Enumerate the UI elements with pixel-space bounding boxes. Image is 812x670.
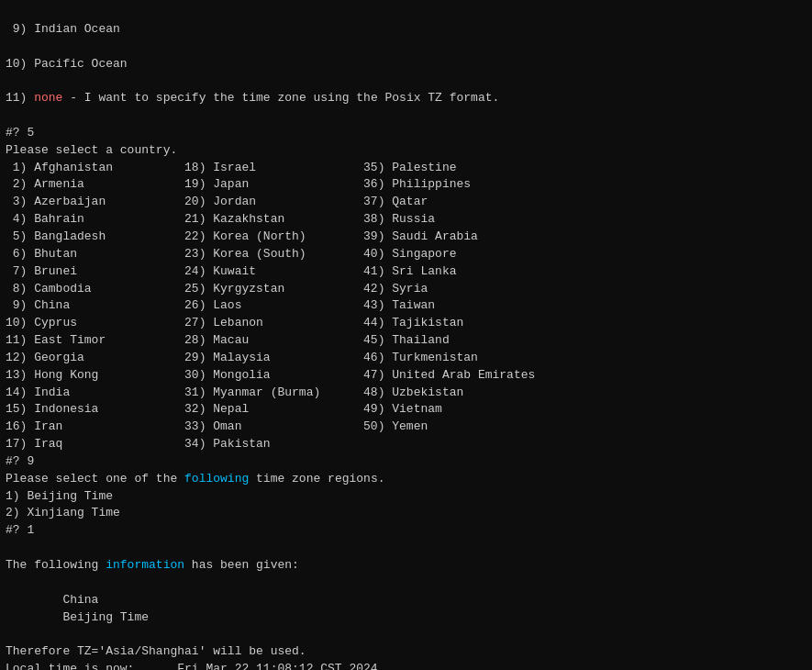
information-keyword-1: information — [106, 558, 184, 572]
terminal-line-3: 11) — [6, 91, 34, 105]
none-keyword: none — [34, 91, 62, 105]
terminal-line-4: #? 5 Please select a country. 1) Afghani… — [6, 126, 535, 486]
terminal-line-2: 10) Pacific Ocean — [6, 57, 128, 71]
terminal-line-5: time zone regions. 1) Beijing Time 2) Xi… — [6, 472, 385, 572]
terminal-line-6: has been given: China Beijing Time There… — [6, 558, 384, 670]
terminal-window[interactable]: 9) Indian Ocean 10) Pacific Ocean 11) no… — [0, 0, 812, 670]
following-keyword: following — [184, 472, 249, 486]
terminal-line-1: 9) Indian Ocean — [6, 22, 120, 36]
terminal-line-3b: - I want to specify the time zone using … — [62, 91, 499, 105]
